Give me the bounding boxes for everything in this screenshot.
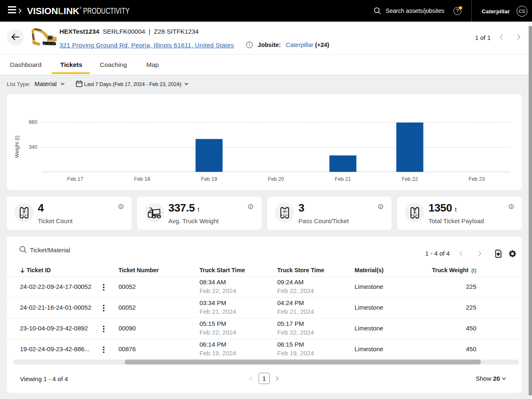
- svg-text:Feb 21: Feb 21: [335, 176, 351, 182]
- svg-text:‹#›: ‹#›: [282, 209, 286, 213]
- svg-text:Feb 19: Feb 19: [201, 176, 217, 182]
- svg-text:340: 340: [29, 144, 37, 150]
- svg-text:Feb 23: Feb 23: [469, 176, 485, 182]
- svg-text:Feb 22: Feb 22: [402, 176, 418, 182]
- svg-text:Feb 17: Feb 17: [67, 176, 84, 182]
- svg-text:Feb 20: Feb 20: [268, 176, 284, 182]
- svg-text:#: #: [22, 208, 25, 214]
- svg-text:680: 680: [29, 119, 37, 125]
- svg-text:Σ: Σ: [413, 208, 416, 214]
- svg-text:Feb 18: Feb 18: [134, 176, 150, 182]
- svg-text:Weight (t): Weight (t): [14, 135, 20, 158]
